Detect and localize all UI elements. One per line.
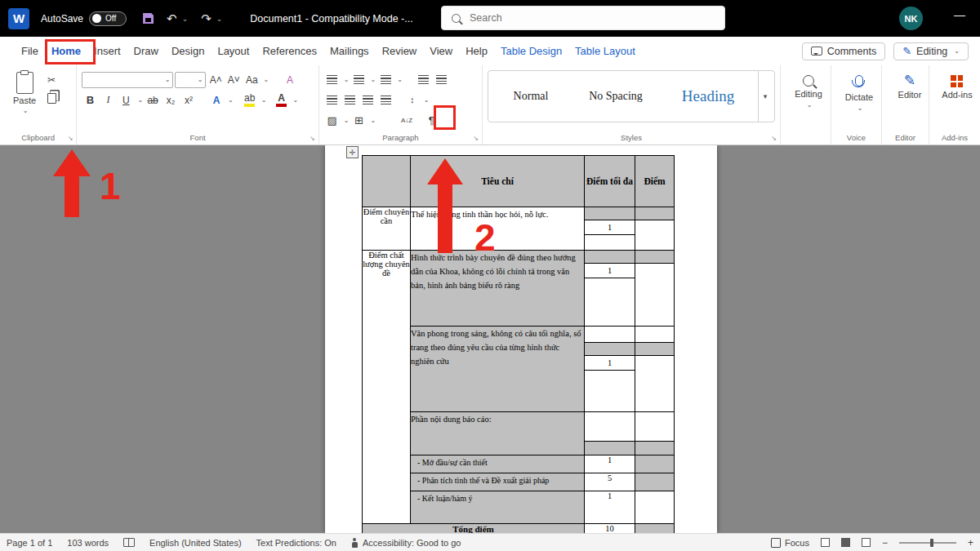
- cut-icon[interactable]: ✂: [47, 74, 56, 86]
- print-layout-icon[interactable]: [841, 538, 850, 547]
- autosave-toggle[interactable]: Off: [89, 11, 127, 26]
- paste-button[interactable]: Paste ⌄: [5, 69, 44, 114]
- font-name-input[interactable]: [85, 74, 163, 86]
- tab-home[interactable]: Home: [45, 37, 87, 65]
- max-score-cell[interactable]: 1: [585, 491, 635, 524]
- proofing-icon[interactable]: [123, 538, 135, 547]
- tab-help[interactable]: Help: [459, 37, 494, 65]
- change-case-button[interactable]: Aa: [243, 72, 260, 88]
- text-predictions[interactable]: Text Predictions: On: [256, 538, 336, 548]
- font-name-combo[interactable]: ⌄: [82, 72, 173, 88]
- search-input[interactable]: [468, 11, 715, 24]
- shading-button[interactable]: ▨: [324, 113, 341, 129]
- undo-chevron-icon[interactable]: ⌄: [182, 15, 189, 23]
- max-score-cell[interactable]: 1: [585, 327, 635, 412]
- header-empty-cell[interactable]: [363, 156, 411, 207]
- max-score-cell[interactable]: 5: [585, 473, 635, 491]
- align-right-button[interactable]: [360, 92, 376, 109]
- score-cell[interactable]: [635, 207, 675, 251]
- tab-mailings[interactable]: Mailings: [323, 37, 376, 65]
- score-cell[interactable]: [635, 412, 675, 455]
- editing-mode-button[interactable]: ✎ Editing ⌄: [893, 42, 969, 60]
- document-page[interactable]: ✛ Tiêu chí Điểm tối đa Điểm Điểm chuyên …: [325, 145, 717, 533]
- decrease-indent-button[interactable]: [416, 72, 432, 88]
- tab-draw[interactable]: Draw: [127, 37, 165, 65]
- minimize-button[interactable]: —: [954, 8, 965, 21]
- superscript-button[interactable]: x²: [180, 92, 197, 109]
- tab-table-layout[interactable]: Table Layout: [568, 37, 642, 65]
- align-left-button[interactable]: [324, 92, 341, 109]
- copy-icon[interactable]: [47, 93, 56, 104]
- multilevel-list-button[interactable]: [377, 72, 394, 88]
- editing-menu-button[interactable]: Editing ⌄: [786, 69, 831, 109]
- styles-more-button[interactable]: ▾: [758, 71, 772, 122]
- bold-button[interactable]: B: [82, 92, 98, 109]
- font-dialog-launcher-icon[interactable]: ↘: [310, 135, 315, 142]
- grow-font-button[interactable]: A˄: [207, 72, 224, 88]
- table-move-handle-icon[interactable]: ✛: [346, 146, 359, 158]
- header-max-score[interactable]: Điểm tối đa: [585, 156, 635, 207]
- document-title[interactable]: Document1 - Compatibility Mode -...: [250, 13, 412, 24]
- word-app-icon[interactable]: W: [8, 8, 29, 29]
- zoom-in-button[interactable]: +: [968, 537, 973, 549]
- show-formatting-marks-button[interactable]: ¶: [423, 113, 439, 129]
- zoom-slider[interactable]: [899, 542, 956, 544]
- underline-button[interactable]: U: [118, 92, 134, 109]
- tab-review[interactable]: Review: [376, 37, 424, 65]
- italic-button[interactable]: I: [100, 92, 116, 109]
- zoom-out-button[interactable]: −: [882, 537, 888, 549]
- tab-references[interactable]: References: [256, 37, 323, 65]
- tab-insert[interactable]: Insert: [87, 37, 127, 65]
- header-criteria[interactable]: Tiêu chí: [411, 156, 585, 207]
- max-score-cell[interactable]: 1: [585, 251, 635, 327]
- editor-button[interactable]: ✎ Editor: [887, 69, 933, 100]
- total-max-cell[interactable]: 10: [585, 524, 635, 534]
- redo-icon[interactable]: ↷: [201, 12, 212, 24]
- max-score-cell[interactable]: 1: [585, 207, 635, 251]
- criteria-cell[interactable]: Văn phong trong sáng, không có câu tối n…: [411, 327, 585, 412]
- shrink-font-button[interactable]: A˅: [225, 72, 242, 88]
- subscript-button[interactable]: x₂: [163, 92, 179, 109]
- criteria-cell[interactable]: Thể hiện đúng tinh thần học hỏi, nỗ lực.: [411, 207, 585, 251]
- toolbar-customize-chevron-icon[interactable]: ⌄: [216, 15, 223, 23]
- paragraph-dialog-launcher-icon[interactable]: ↘: [473, 135, 479, 142]
- addins-button[interactable]: Add-ins: [934, 69, 980, 100]
- score-cell[interactable]: [635, 491, 675, 524]
- total-label-cell[interactable]: Tổng điểm: [363, 524, 585, 534]
- style-normal[interactable]: Normal: [488, 71, 573, 122]
- highlight-color-button[interactable]: ab: [242, 92, 258, 109]
- bullets-button[interactable]: [324, 72, 341, 88]
- score-cell[interactable]: [635, 455, 675, 473]
- tab-file[interactable]: File: [15, 37, 45, 65]
- tab-design[interactable]: Design: [165, 37, 211, 65]
- search-box[interactable]: [441, 6, 725, 30]
- text-effects-button[interactable]: A: [208, 92, 225, 109]
- header-score[interactable]: Điểm: [635, 156, 675, 207]
- label-attendance[interactable]: Điểm chuyên cần: [363, 207, 411, 251]
- increase-indent-button[interactable]: [434, 72, 450, 88]
- line-spacing-button[interactable]: ↕: [404, 92, 421, 109]
- account-avatar[interactable]: NK: [899, 7, 923, 30]
- criteria-cell[interactable]: Phần nội dung báo cáo:: [411, 412, 585, 455]
- criteria-cell[interactable]: Hình thức trình bày chuyên đề đúng theo …: [411, 251, 585, 327]
- word-count[interactable]: 103 words: [67, 538, 109, 548]
- clear-formatting-button[interactable]: A: [282, 72, 298, 88]
- language-indicator[interactable]: English (United States): [149, 538, 242, 548]
- align-center-button[interactable]: [342, 92, 359, 109]
- borders-button[interactable]: ⊞: [350, 113, 367, 129]
- font-color-button[interactable]: A: [273, 92, 289, 109]
- tab-table-design[interactable]: Table Design: [494, 37, 568, 65]
- read-mode-icon[interactable]: [821, 538, 830, 547]
- focus-button[interactable]: Focus: [771, 538, 809, 548]
- comments-button[interactable]: Comments: [802, 42, 885, 60]
- style-no-spacing[interactable]: No Spacing: [573, 71, 658, 122]
- zoom-slider-thumb[interactable]: [930, 539, 933, 547]
- score-cell[interactable]: [635, 473, 675, 491]
- web-layout-icon[interactable]: [862, 538, 871, 547]
- score-cell[interactable]: [635, 251, 675, 327]
- save-icon[interactable]: [143, 13, 154, 24]
- criteria-cell[interactable]: - Kết luận/hàm ý: [411, 491, 585, 524]
- numbering-button[interactable]: [350, 72, 367, 88]
- label-quality[interactable]: Điểm chất lượng chuyên đề: [363, 251, 411, 524]
- page-indicator[interactable]: Page 1 of 1: [7, 538, 52, 548]
